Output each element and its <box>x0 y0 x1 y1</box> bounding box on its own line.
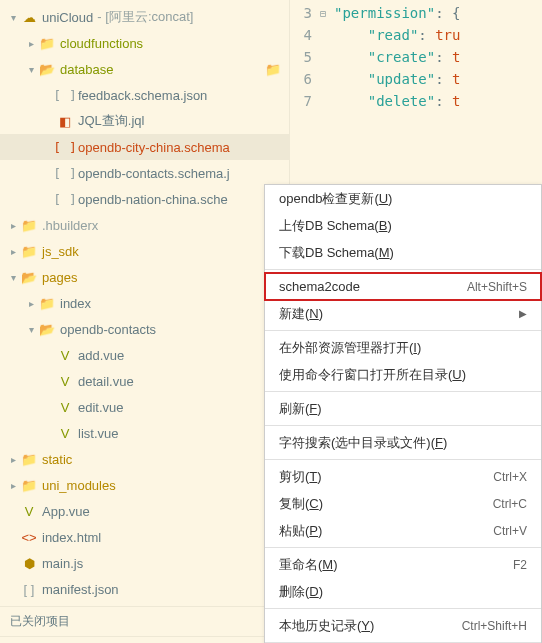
folder-open-icon: 📂 <box>38 322 56 337</box>
tree-label: js_sdk <box>42 244 79 259</box>
tree-label: manifest.json <box>42 582 119 597</box>
tree-item[interactable]: ◧ JQL查询.jql <box>0 108 289 134</box>
menu-item-label: 删除(D) <box>279 583 323 601</box>
closed-projects-label[interactable]: 已关闭项目 <box>0 606 289 636</box>
tree-label: add.vue <box>78 348 124 363</box>
folder-icon: 📁 <box>38 36 56 51</box>
menu-item-label: 上传DB Schema(B) <box>279 217 392 235</box>
tree-label: pages <box>42 270 77 285</box>
menu-item[interactable]: 删除(D) <box>265 578 541 605</box>
menu-item[interactable]: 重命名(M)F2 <box>265 551 541 578</box>
chevron-right-icon: ▸ <box>6 454 20 465</box>
tree-item[interactable]: [ ] feedback.schema.json <box>0 82 289 108</box>
tree-item[interactable]: ⬢ main.js <box>0 550 289 576</box>
menu-item[interactable]: opendb检查更新(U) <box>265 185 541 212</box>
menu-item[interactable]: 使用命令行窗口打开所在目录(U) <box>265 361 541 388</box>
menu-item[interactable]: 本地历史记录(Y)Ctrl+Shift+H <box>265 612 541 639</box>
tree-item[interactable]: [ ] opendb-contacts.schema.j <box>0 160 289 186</box>
menu-item[interactable]: 粘贴(P)Ctrl+V <box>265 517 541 544</box>
chevron-right-icon: ▸ <box>6 220 20 231</box>
menu-item[interactable]: 上传DB Schema(B) <box>265 212 541 239</box>
tree-item-selected[interactable]: [ ] opendb-city-china.schema <box>0 134 289 160</box>
tree-item[interactable]: ▸ 📁 .hbuilderx <box>0 212 289 238</box>
menu-item[interactable]: 刷新(F) <box>265 395 541 422</box>
menu-item[interactable]: 复制(C)Ctrl+C <box>265 490 541 517</box>
tree-item[interactable]: V list.vue <box>0 420 289 446</box>
tree-item[interactable]: ▸ 📁 uni_modules <box>0 472 289 498</box>
tree-item[interactable]: [ ] opendb-nation-china.sche <box>0 186 289 212</box>
menu-item-label: schema2code <box>279 279 360 294</box>
line-number: 5 <box>290 49 320 65</box>
tree-item[interactable]: ▾ 📂 pages <box>0 264 289 290</box>
chevron-right-icon: ▸ <box>24 298 38 309</box>
menu-item-label: 剪切(T) <box>279 468 322 486</box>
tree-item[interactable]: ▸ 📁 static <box>0 446 289 472</box>
tree-item[interactable]: V add.vue <box>0 342 289 368</box>
vue-file-icon: V <box>56 348 74 363</box>
tree-item[interactable]: ▸ 📁 js_sdk <box>0 238 289 264</box>
menu-item-label: 刷新(F) <box>279 400 322 418</box>
menu-separator <box>265 425 541 426</box>
menu-item-label: 使用命令行窗口打开所在目录(U) <box>279 366 466 384</box>
folder-open-icon: 📂 <box>38 62 56 77</box>
menu-item[interactable]: 新建(N)▶ <box>265 300 541 327</box>
chevron-right-icon: ▸ <box>6 246 20 257</box>
tree-item[interactable]: V detail.vue <box>0 368 289 394</box>
tree-item[interactable]: ▸ 📁 cloudfunctions <box>0 30 289 56</box>
menu-separator <box>265 330 541 331</box>
menu-item-label: 下载DB Schema(M) <box>279 244 394 262</box>
tree-label: opendb-nation-china.sche <box>78 192 228 207</box>
tree-item[interactable]: V edit.vue <box>0 394 289 420</box>
context-menu: opendb检查更新(U)上传DB Schema(B)下载DB Schema(M… <box>264 184 542 643</box>
tree-label: main.js <box>42 556 83 571</box>
submenu-arrow-icon: ▶ <box>519 308 527 319</box>
pin-icon: 📁 <box>265 62 281 77</box>
tree-label: database <box>60 62 114 77</box>
tree-label: feedback.schema.json <box>78 88 207 103</box>
json-file-icon: [ ] <box>56 88 74 103</box>
line-number: 7 <box>290 93 320 109</box>
folder-icon: 📁 <box>20 218 38 233</box>
tree-label: index <box>60 296 91 311</box>
menu-separator <box>265 547 541 548</box>
tree-item[interactable]: ▾ 📂 database 📁 <box>0 56 289 82</box>
menu-item[interactable]: 在外部资源管理器打开(I) <box>265 334 541 361</box>
tree-label: detail.vue <box>78 374 134 389</box>
tree-item[interactable]: [ ] manifest.json <box>0 576 289 602</box>
chevron-down-icon: ▾ <box>6 12 20 23</box>
tree-label: App.vue <box>42 504 90 519</box>
tree-label: .hbuilderx <box>42 218 98 233</box>
json-file-icon: [ ] <box>56 192 74 207</box>
tree-item[interactable]: V App.vue <box>0 498 289 524</box>
folder-open-icon: 📂 <box>20 270 38 285</box>
menu-item[interactable]: 下载DB Schema(M) <box>265 239 541 266</box>
tree-item[interactable]: ▾ 📂 opendb-contacts <box>0 316 289 342</box>
menu-separator <box>265 459 541 460</box>
menu-shortcut: F2 <box>513 558 527 572</box>
menu-item-label: 新建(N) <box>279 305 323 323</box>
menu-item[interactable]: 字符搜索(选中目录或文件)(F) <box>265 429 541 456</box>
tree-label: list.vue <box>78 426 118 441</box>
menu-separator <box>265 391 541 392</box>
line-number: 4 <box>290 27 320 43</box>
tree-label: JQL查询.jql <box>78 112 144 130</box>
menu-item[interactable]: schema2codeAlt+Shift+S <box>265 273 541 300</box>
menu-shortcut: Ctrl+V <box>493 524 527 538</box>
tree-item[interactable]: <> index.html <box>0 524 289 550</box>
menu-item-label: 本地历史记录(Y) <box>279 617 374 635</box>
menu-separator <box>265 269 541 270</box>
chevron-down-icon: ▾ <box>24 324 38 335</box>
jql-file-icon: ◧ <box>56 114 74 129</box>
menu-item[interactable]: 剪切(T)Ctrl+X <box>265 463 541 490</box>
bottom-tab-bar: ▦ ⟲ ✎ ▻ ⌖ ⋯ <box>0 636 289 643</box>
tree-root-extra: - [阿里云:concat] <box>97 8 193 26</box>
line-number: 3 <box>290 5 320 21</box>
file-explorer: ▾ ☁ uniCloud - [阿里云:concat] ▸ 📁 cloudfun… <box>0 0 290 643</box>
tree-root[interactable]: ▾ ☁ uniCloud - [阿里云:concat] <box>0 4 289 30</box>
json-file-icon: [ ] <box>56 140 74 155</box>
menu-shortcut: Ctrl+Shift+H <box>462 619 527 633</box>
tree-label: index.html <box>42 530 101 545</box>
fold-icon[interactable]: ⊟ <box>320 8 334 19</box>
menu-shortcut: Alt+Shift+S <box>467 280 527 294</box>
tree-item[interactable]: ▸ 📁 index <box>0 290 289 316</box>
